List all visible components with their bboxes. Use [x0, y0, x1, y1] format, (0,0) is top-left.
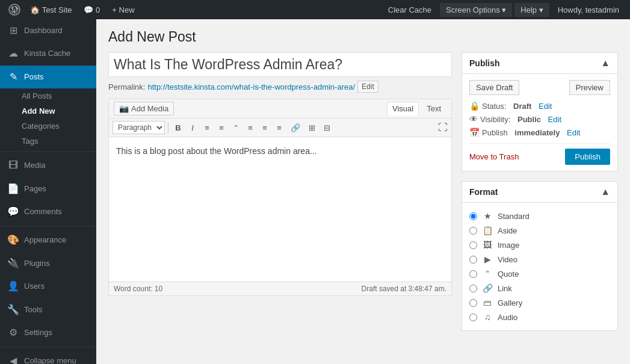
menu-separator-2	[0, 226, 96, 226]
tab-text[interactable]: Text	[421, 102, 446, 116]
insert-embed-button[interactable]: ⊟	[320, 122, 334, 134]
sidebar-subitem-tags[interactable]: Tags	[0, 134, 96, 149]
adminbar-comments[interactable]: 💬 0	[78, 0, 106, 19]
adminbar-site[interactable]: 🏠 Test Site	[24, 0, 78, 19]
format-option-standard[interactable]: ★ Standard	[469, 209, 610, 223]
sidebar-item-appearance[interactable]: 🎨 Appearance	[0, 229, 96, 251]
format-image-icon: 🖼	[482, 240, 493, 250]
publish-button[interactable]: Publish	[565, 149, 610, 165]
format-link-icon: 🔗	[482, 283, 493, 293]
insert-link-button[interactable]: 🔗	[287, 122, 304, 134]
format-radio-image[interactable]	[469, 241, 477, 249]
format-radio-link[interactable]	[469, 285, 477, 292]
insert-table-button[interactable]: ⊞	[305, 122, 319, 134]
sidebar-item-settings[interactable]: ⚙ Settings	[0, 321, 96, 344]
permalink-label: Permalink:	[108, 82, 145, 91]
adminbar-user[interactable]: Howdy, testadmin	[552, 0, 625, 19]
admin-bar: 🏠 Test Site 💬 0 + New Clear Cache Screen…	[0, 0, 630, 19]
adminbar-new[interactable]: + New	[106, 0, 140, 19]
add-media-button[interactable]: 📷 Add Media	[114, 102, 174, 116]
post-title-input[interactable]	[108, 52, 452, 77]
appearance-icon: 🎨	[7, 233, 19, 247]
sidebar-item-users[interactable]: 👤 Users	[0, 275, 96, 298]
paragraph-select[interactable]: Paragraph Heading 1 Heading 2	[113, 121, 165, 134]
format-option-quote[interactable]: " Quote	[469, 267, 610, 281]
format-option-video[interactable]: ▶ Video	[469, 252, 610, 267]
format-video-icon: ▶	[482, 254, 493, 264]
sidebar-item-comments[interactable]: 💬 Comments	[0, 200, 96, 223]
format-toggle-icon[interactable]: ▲	[601, 187, 610, 197]
expand-icon[interactable]: ⛶	[438, 122, 448, 133]
wp-wrapper: ⊞ Dashboard ☁ Kinsta Cache ✎ Posts All P…	[0, 19, 630, 364]
publish-actions-row: Save Draft Preview	[469, 80, 610, 95]
word-count-area: Word count: 10	[114, 285, 162, 293]
settings-icon: ⚙	[7, 326, 19, 339]
wp-logo[interactable]	[5, 0, 24, 19]
sidebar-item-posts[interactable]: ✎ Posts	[0, 66, 96, 88]
collapse-icon: ◀	[7, 354, 19, 364]
sidebar-subitem-all-posts[interactable]: All Posts	[0, 88, 96, 103]
permalink-edit-button[interactable]: Edit	[357, 81, 378, 93]
editor-content[interactable]: This is a blog post about the WordPress …	[109, 137, 451, 282]
format-radio-video[interactable]	[469, 256, 477, 264]
permalink-row: Permalink: http://testsite.kinsta.com/wh…	[108, 81, 452, 93]
format-option-audio[interactable]: ♫ Audio	[469, 310, 610, 324]
sidebar-item-pages[interactable]: 📄 Pages	[0, 177, 96, 200]
format-option-link[interactable]: 🔗 Link	[469, 281, 610, 295]
publish-toggle-icon[interactable]: ▲	[601, 58, 610, 69]
blockquote-button[interactable]: "	[229, 122, 242, 134]
sidebar-item-collapse[interactable]: ◀ Collapse menu	[0, 350, 96, 364]
format-option-image[interactable]: 🖼 Image	[469, 238, 610, 252]
format-radio-standard[interactable]	[469, 212, 477, 220]
publish-box: Publish ▲ Save Draft Preview 🔒 Status: D…	[462, 52, 618, 171]
visibility-edit-link[interactable]: Edit	[548, 115, 561, 124]
sidebar-item-kinsta-cache[interactable]: ☁ Kinsta Cache	[0, 42, 96, 65]
menu-separator-1	[0, 151, 96, 152]
sidebar-item-plugins[interactable]: 🔌 Plugins	[0, 252, 96, 275]
format-radio-gallery[interactable]	[469, 299, 477, 307]
status-edit-link[interactable]: Edit	[539, 102, 552, 111]
help-button[interactable]: Help ▾	[514, 3, 549, 17]
format-radio-quote[interactable]	[469, 270, 477, 278]
adminbar-clear-cache[interactable]: Clear Cache	[382, 0, 437, 19]
comments-menu-icon: 💬	[7, 205, 19, 218]
schedule-edit-link[interactable]: Edit	[567, 128, 580, 137]
format-standard-icon: ★	[482, 211, 493, 221]
format-gallery-icon: 🗃	[482, 298, 493, 307]
align-left-button[interactable]: ≡	[244, 122, 257, 134]
permalink-link[interactable]: http://testsite.kinsta.com/what-is-the-w…	[147, 82, 355, 91]
sidebar-subitem-add-new[interactable]: Add New	[0, 103, 96, 119]
sidebar-item-tools[interactable]: 🔧 Tools	[0, 298, 96, 321]
editor-wrap: 📷 Add Media Visual Text Paragraph Headin…	[108, 99, 452, 296]
sidebar-item-media[interactable]: 🎞 Media	[0, 154, 96, 177]
tab-visual[interactable]: Visual	[387, 102, 419, 116]
format-quote-icon: "	[482, 269, 493, 279]
save-draft-button[interactable]: Save Draft	[469, 80, 519, 95]
move-to-trash-link[interactable]: Move to Trash	[469, 152, 519, 161]
format-radio-audio[interactable]	[469, 313, 477, 321]
main-content: Add New Post Permalink: http://testsite.…	[96, 19, 630, 364]
site-icon: 🏠	[30, 5, 40, 14]
sidebar-item-dashboard[interactable]: ⊞ Dashboard	[0, 19, 96, 42]
unordered-list-button[interactable]: ≡	[200, 122, 214, 134]
format-box-content: ★ Standard 📋 Aside 🖼 Image	[462, 203, 617, 330]
screen-options-button[interactable]: Screen Options ▾	[440, 3, 512, 17]
post-main: Permalink: http://testsite.kinsta.com/wh…	[108, 52, 452, 296]
align-right-button[interactable]: ≡	[273, 122, 286, 134]
format-option-aside[interactable]: 📋 Aside	[469, 223, 610, 238]
format-option-gallery[interactable]: 🗃 Gallery	[469, 295, 610, 310]
align-center-button[interactable]: ≡	[258, 122, 271, 134]
sidebar-subitem-categories[interactable]: Categories	[0, 119, 96, 134]
publish-box-header: Publish ▲	[462, 53, 617, 74]
preview-button[interactable]: Preview	[569, 80, 610, 95]
bold-button[interactable]: B	[171, 122, 185, 134]
italic-button[interactable]: I	[186, 122, 199, 134]
ordered-list-button[interactable]: ≡	[215, 122, 228, 134]
format-radio-aside[interactable]	[469, 227, 477, 235]
schedule-icon: 📅	[469, 128, 480, 137]
page-title: Add New Post	[108, 29, 618, 45]
media-icon-btn: 📷	[119, 104, 129, 113]
publish-visibility-row: 👁 Visibility: Public Edit	[469, 114, 610, 124]
editor-top-bar: 📷 Add Media Visual Text	[109, 99, 451, 119]
editor-footer: Word count: 10 Draft saved at 3:48:47 am…	[109, 282, 451, 295]
